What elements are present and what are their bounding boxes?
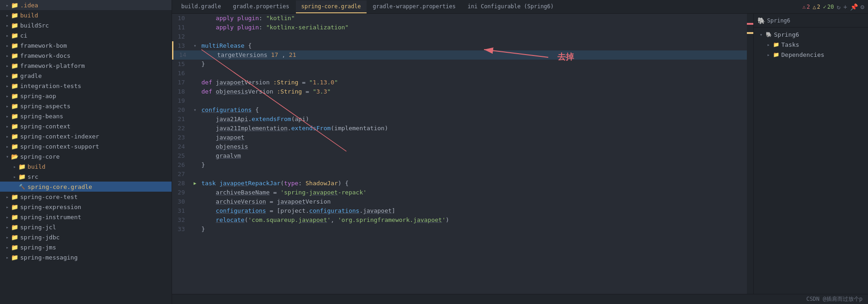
item-label-spring-messaging: spring-messaging: [20, 254, 78, 261]
gradle-icon: 🐘: [757, 17, 765, 24]
item-label-framework-bom: framework-bom: [20, 42, 67, 49]
chevron-closed-spring-messaging[interactable]: [4, 254, 11, 261]
line-number-11: 11: [172, 23, 190, 32]
error-icon: ⚠: [802, 4, 806, 10]
sidebar-item-spring-context-support[interactable]: 📁spring-context-support: [0, 141, 172, 151]
item-label-src: src: [28, 173, 38, 180]
folder-icon-spring-context-support: 📁: [11, 143, 18, 150]
sidebar-item-spring-core-gradle[interactable]: 🔨spring-core.gradle: [0, 182, 172, 192]
gradle-item-chevron-Tasks[interactable]: [765, 41, 772, 48]
file-tree-sidebar: 📁.idea📁build📁buildSrc📁ci📁framework-bom📁f…: [0, 0, 172, 304]
tab-build-gradle[interactable]: build.gradle: [176, 0, 227, 13]
sidebar-item-build-inner[interactable]: 📁build: [0, 161, 172, 171]
chevron-closed-spring-aop[interactable]: [4, 92, 11, 99]
item-label-buildSrc: buildSrc: [20, 22, 49, 29]
chevron-closed-spring-context[interactable]: [4, 122, 11, 130]
sidebar-item-spring-expression[interactable]: 📁spring-expression: [0, 202, 172, 212]
chevron-closed-spring-context-indexer[interactable]: [4, 133, 11, 140]
code-line-31: 31 configurations = [project.configurati…: [172, 206, 747, 216]
tab-gradle-properties[interactable]: gradle.properties: [228, 0, 295, 13]
chevron-closed-spring-expression[interactable]: [4, 203, 11, 210]
chevron-closed-framework-docs[interactable]: [4, 52, 11, 59]
folder-icon-spring-context: 📁: [11, 122, 18, 130]
sidebar-item-framework-docs[interactable]: 📁framework-docs: [0, 50, 172, 61]
tab-gradle-wrapper-properties[interactable]: gradle-wrapper.properties: [367, 0, 462, 13]
sidebar-item-framework-platform[interactable]: 📁framework-platform: [0, 61, 172, 71]
chevron-closed-buildSrc[interactable]: [4, 22, 11, 29]
code-line-13: 13▾multiRelease {: [172, 41, 747, 50]
chevron-closed-spring-jms[interactable]: [4, 243, 11, 251]
line-number-27: 27: [172, 170, 190, 179]
line-content-11: apply plugin: "kotlinx-serialization": [200, 23, 747, 32]
sidebar-item-spring-instrument[interactable]: 📁spring-instrument: [0, 212, 172, 222]
line-content-20: configurations {: [200, 105, 747, 115]
toolbar-btn-settings[interactable]: ⚙: [861, 3, 864, 11]
sidebar-item-spring-aop[interactable]: 📁spring-aop: [0, 91, 172, 101]
sidebar-item-integration-tests[interactable]: 📁integration-tests: [0, 81, 172, 91]
line-number-21: 21: [172, 115, 190, 124]
sidebar-item-spring-context[interactable]: 📁spring-context: [0, 121, 172, 131]
sidebar-item-buildSrc[interactable]: 📁buildSrc: [0, 20, 172, 30]
fold-icon-20[interactable]: ▾: [194, 105, 196, 115]
sidebar-item-spring-core-test[interactable]: 📁spring-core-test: [0, 192, 172, 202]
sidebar-item-spring-core[interactable]: 📂spring-core: [0, 151, 172, 161]
sidebar-item-src[interactable]: 📁src: [0, 171, 172, 182]
gradle-tree-item-dependencies[interactable]: 📁Dependencies: [754, 50, 868, 60]
sidebar-item-spring-beans[interactable]: 📁spring-beans: [0, 111, 172, 121]
line-content-27: [200, 170, 747, 179]
chevron-closed-src[interactable]: [11, 173, 18, 180]
chevron-closed-spring-core-test[interactable]: [4, 193, 11, 200]
chevron-closed-build-inner[interactable]: [11, 163, 18, 170]
toolbar-btn-add[interactable]: +: [843, 3, 847, 11]
sidebar-item-gradle[interactable]: 📁gradle: [0, 71, 172, 81]
gradle-root-chevron[interactable]: [757, 31, 765, 38]
line-content-15: }: [200, 60, 747, 69]
chevron-closed-gradle[interactable]: [4, 72, 11, 79]
chevron-closed-spring-jcl[interactable]: [4, 223, 11, 231]
chevron-open-spring-core[interactable]: [4, 153, 11, 160]
run-icon-28[interactable]: ▶: [194, 179, 196, 188]
tab-spring-core-gradle-tab[interactable]: spring-core.gradle: [296, 0, 367, 13]
sidebar-item-idea[interactable]: 📁.idea: [0, 0, 172, 10]
chevron-closed-spring-context-support[interactable]: [4, 143, 11, 150]
fold-icon-13[interactable]: ▾: [194, 41, 196, 50]
sidebar-item-spring-messaging[interactable]: 📁spring-messaging: [0, 252, 172, 262]
item-label-spring-aop: spring-aop: [20, 93, 56, 99]
code-line-20: 20▾configurations {: [172, 105, 747, 115]
line-gutter-28: ▶: [190, 179, 200, 188]
sidebar-item-spring-jcl[interactable]: 📁spring-jcl: [0, 222, 172, 232]
gradle-tree-item-tasks[interactable]: 📁Tasks: [754, 39, 868, 50]
editor-scrollbar[interactable]: [747, 14, 753, 294]
chevron-closed-build-root[interactable]: [4, 11, 11, 19]
folder-icon-buildSrc: 📁: [11, 22, 18, 29]
line-number-24: 24: [172, 142, 190, 151]
code-editor[interactable]: 10 apply plugin: "kotlin"11 apply plugin…: [172, 14, 747, 294]
code-line-22: 22 java21Implementation.extendsFrom(impl…: [172, 124, 747, 133]
toolbar-btn-pin[interactable]: 📌: [850, 3, 858, 11]
chevron-closed-spring-aspects[interactable]: [4, 102, 11, 110]
sidebar-item-ci[interactable]: 📁ci: [0, 30, 172, 40]
sidebar-item-spring-aspects[interactable]: 📁spring-aspects: [0, 101, 172, 111]
sidebar-item-spring-context-indexer[interactable]: 📁spring-context-indexer: [0, 131, 172, 141]
chevron-closed-framework-bom[interactable]: [4, 42, 11, 49]
chevron-closed-framework-platform[interactable]: [4, 62, 11, 69]
gradle-tree-root[interactable]: 🐘Spring6: [754, 29, 868, 39]
sidebar-item-framework-bom[interactable]: 📁framework-bom: [0, 40, 172, 50]
sidebar-item-build-root[interactable]: 📁build: [0, 10, 172, 20]
chevron-closed-integration-tests[interactable]: [4, 82, 11, 89]
line-number-20: 20: [172, 105, 190, 115]
chevron-closed-spring-instrument[interactable]: [4, 213, 11, 221]
sidebar-item-spring-jms[interactable]: 📁spring-jms: [0, 242, 172, 252]
sidebar-item-spring-jdbc[interactable]: 📁spring-jdbc: [0, 232, 172, 242]
item-label-build-inner: build: [28, 163, 45, 170]
chevron-closed-spring-beans[interactable]: [4, 112, 11, 120]
chevron-closed-idea[interactable]: [4, 1, 11, 9]
toolbar-btn-refresh[interactable]: ↻: [837, 3, 840, 11]
chevron-closed-ci[interactable]: [4, 32, 11, 39]
tab-ini-configurable[interactable]: ini Configurable (Spring6): [462, 0, 559, 13]
line-gutter-13: ▾: [190, 41, 200, 50]
code-line-32: 32 relocate('com.squareup.javapoet', 'or…: [172, 216, 747, 225]
line-number-25: 25: [172, 151, 190, 160]
chevron-closed-spring-jdbc[interactable]: [4, 233, 11, 241]
gradle-item-chevron-Dependencies[interactable]: [765, 51, 772, 58]
